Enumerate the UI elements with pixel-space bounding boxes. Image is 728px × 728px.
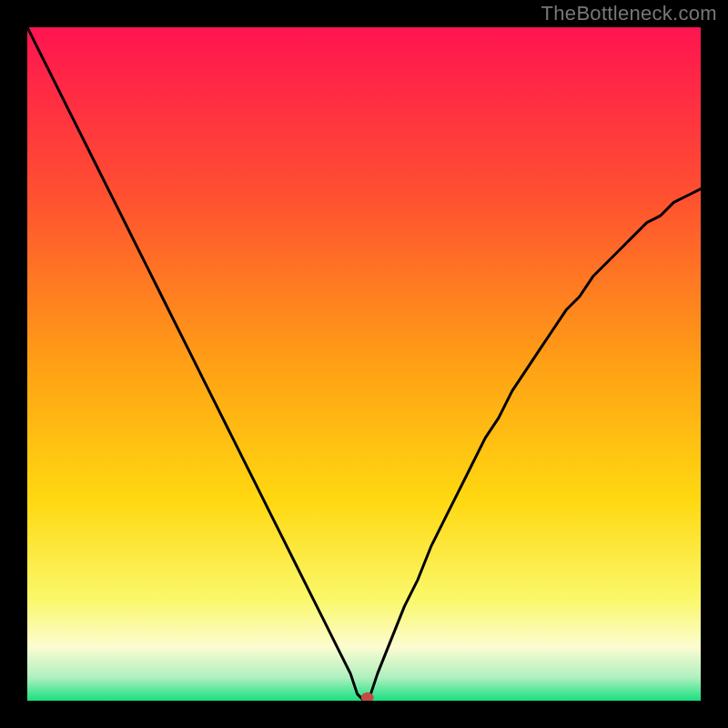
plot-svg bbox=[27, 27, 701, 701]
bottleneck-plot bbox=[27, 27, 701, 701]
watermark-label: TheBottleneck.com bbox=[541, 2, 717, 25]
plot-background bbox=[27, 27, 701, 701]
chart-frame: TheBottleneck.com bbox=[0, 0, 728, 728]
